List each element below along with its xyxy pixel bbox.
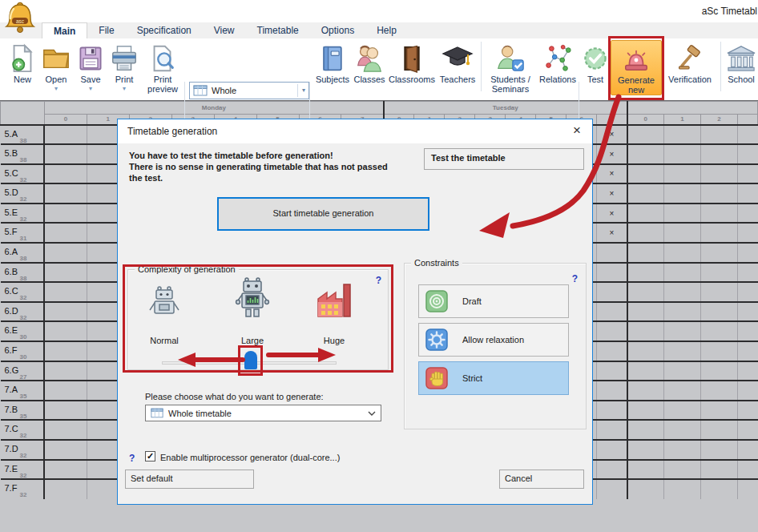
test-the-timetable-button[interactable]: Test the timetable bbox=[424, 148, 584, 170]
timetable-cell[interactable] bbox=[597, 460, 627, 480]
timetable-cell[interactable] bbox=[700, 381, 737, 401]
timetable-cell[interactable] bbox=[663, 420, 700, 440]
timetable-cell[interactable] bbox=[737, 401, 757, 421]
subjects-button[interactable]: Subjects bbox=[313, 40, 352, 85]
timetable-cell[interactable] bbox=[627, 479, 664, 499]
timetable-cell[interactable] bbox=[700, 321, 737, 341]
tab-help[interactable]: Help bbox=[365, 22, 408, 38]
generate-new-button[interactable]: Generate new bbox=[611, 40, 662, 95]
class-row-label[interactable]: 5.B38 bbox=[1, 144, 45, 164]
class-row-label[interactable]: 7.F32 bbox=[1, 479, 45, 499]
dialog-titlebar[interactable]: Timetable generation × bbox=[118, 119, 592, 143]
class-row-label[interactable]: 6.G27 bbox=[1, 361, 45, 381]
timetable-cell[interactable] bbox=[700, 302, 737, 322]
timetable-cell[interactable]: × bbox=[597, 204, 627, 224]
timetable-cell[interactable] bbox=[700, 440, 737, 460]
timetable-cell[interactable] bbox=[737, 204, 757, 224]
timetable-cell[interactable] bbox=[737, 381, 757, 401]
timetable-cell[interactable] bbox=[663, 282, 700, 302]
timetable-cell[interactable] bbox=[663, 302, 700, 322]
timetable-cell[interactable] bbox=[737, 341, 757, 361]
timetable-cell[interactable] bbox=[700, 223, 737, 243]
timetable-cell[interactable] bbox=[663, 479, 700, 499]
timetable-cell[interactable] bbox=[44, 460, 87, 480]
timetable-cell[interactable] bbox=[737, 144, 757, 164]
classes-button[interactable]: Classes bbox=[352, 40, 387, 85]
timetable-cell[interactable] bbox=[597, 420, 627, 440]
timetable-cell[interactable] bbox=[44, 204, 87, 224]
timetable-cell[interactable] bbox=[44, 263, 87, 283]
class-row-label[interactable]: 6.E30 bbox=[1, 321, 45, 341]
timetable-cell[interactable] bbox=[44, 302, 87, 322]
timetable-cell[interactable] bbox=[663, 361, 700, 381]
open-dropdown-arrow-icon[interactable]: ▾ bbox=[54, 86, 58, 92]
class-row-label[interactable]: 5.E32 bbox=[1, 204, 45, 224]
timetable-cell[interactable] bbox=[44, 440, 87, 460]
tab-file[interactable]: File bbox=[87, 22, 125, 38]
timetable-cell[interactable] bbox=[663, 183, 700, 204]
timetable-cell[interactable] bbox=[627, 440, 664, 460]
timetable-cell[interactable] bbox=[44, 125, 87, 145]
timetable-cell[interactable] bbox=[597, 341, 627, 361]
relations-button[interactable]: Relations bbox=[537, 40, 579, 85]
class-row-label[interactable]: 6.F30 bbox=[1, 341, 45, 361]
timetable-cell[interactable] bbox=[700, 183, 737, 204]
timetable-cell[interactable] bbox=[737, 302, 757, 322]
timetable-cell[interactable] bbox=[663, 321, 700, 341]
timetable-cell[interactable] bbox=[44, 321, 87, 341]
tab-view[interactable]: View bbox=[203, 22, 246, 38]
timetable-cell[interactable] bbox=[700, 144, 737, 164]
class-row-label[interactable]: 6.D32 bbox=[1, 302, 45, 322]
tab-timetable[interactable]: Timetable bbox=[246, 22, 310, 38]
timetable-cell[interactable]: × bbox=[597, 144, 627, 164]
timetable-cell[interactable] bbox=[737, 282, 757, 302]
view-selector-dropdown[interactable]: Whole ▾ bbox=[189, 82, 309, 99]
timetable-cell[interactable] bbox=[627, 125, 664, 145]
save-dropdown-arrow-icon[interactable]: ▾ bbox=[89, 86, 92, 92]
timetable-cell[interactable] bbox=[627, 282, 664, 302]
class-row-label[interactable]: 6.C32 bbox=[1, 282, 45, 302]
tab-specification[interactable]: Specification bbox=[126, 22, 203, 38]
tab-main[interactable]: Main bbox=[42, 22, 87, 38]
print-button[interactable]: Print ▾ bbox=[107, 40, 141, 92]
timetable-cell[interactable] bbox=[44, 420, 87, 440]
timetable-cell[interactable] bbox=[597, 263, 627, 283]
timetable-cell[interactable]: × bbox=[597, 125, 627, 145]
class-row-label[interactable]: 7.A35 bbox=[1, 381, 45, 401]
complexity-slider-thumb[interactable] bbox=[244, 351, 257, 369]
close-icon[interactable]: × bbox=[573, 123, 581, 139]
timetable-cell[interactable] bbox=[737, 361, 757, 381]
class-row-label[interactable]: 6.B38 bbox=[1, 263, 45, 283]
print-dropdown-arrow-icon[interactable]: ▾ bbox=[123, 86, 126, 92]
timetable-cell[interactable] bbox=[700, 263, 737, 283]
timetable-cell[interactable] bbox=[663, 263, 700, 283]
timetable-cell[interactable] bbox=[627, 401, 664, 421]
timetable-cell[interactable]: × bbox=[597, 183, 627, 204]
timetable-cell[interactable] bbox=[700, 361, 737, 381]
class-row-label[interactable]: 7.E32 bbox=[1, 460, 45, 480]
timetable-cell[interactable] bbox=[700, 479, 737, 499]
class-row-label[interactable]: 7.D32 bbox=[1, 440, 45, 460]
timetable-cell[interactable] bbox=[663, 125, 700, 145]
timetable-cell[interactable] bbox=[663, 223, 700, 243]
timetable-cell[interactable] bbox=[627, 204, 664, 224]
timetable-cell[interactable] bbox=[627, 263, 664, 283]
timetable-cell[interactable] bbox=[663, 381, 700, 401]
timetable-cell[interactable] bbox=[700, 460, 737, 480]
complexity-option-normal[interactable]: Normal bbox=[128, 336, 200, 345]
classrooms-button[interactable]: Classrooms bbox=[387, 40, 437, 85]
timetable-cell[interactable] bbox=[44, 341, 87, 361]
timetable-cell[interactable] bbox=[627, 183, 664, 204]
school-button[interactable]: School bbox=[724, 40, 758, 85]
class-row-label[interactable]: 5.D32 bbox=[1, 183, 45, 204]
timetable-cell[interactable] bbox=[737, 420, 757, 440]
timetable-cell[interactable] bbox=[627, 381, 664, 401]
timetable-cell[interactable] bbox=[737, 125, 757, 145]
timetable-cell[interactable] bbox=[737, 263, 757, 283]
timetable-cell[interactable] bbox=[597, 401, 627, 421]
constraints-help-icon[interactable]: ? bbox=[572, 273, 578, 284]
timetable-cell[interactable] bbox=[700, 420, 737, 440]
timetable-cell[interactable] bbox=[700, 341, 737, 361]
timetable-cell[interactable] bbox=[737, 183, 757, 204]
timetable-cell[interactable] bbox=[700, 401, 737, 421]
